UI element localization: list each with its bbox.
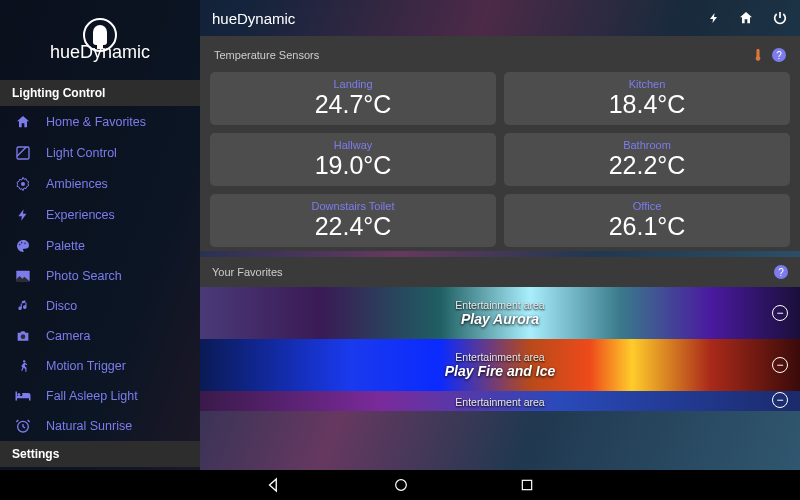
page-title: hueDynamic	[212, 10, 295, 27]
svg-point-4	[24, 242, 26, 244]
sidebar-item-label: Palette	[46, 239, 85, 253]
sidebar-item-label: Camera	[46, 329, 90, 343]
sensor-card-landing[interactable]: Landing 24.7°C	[210, 72, 496, 125]
topbar-actions	[708, 10, 788, 26]
sidebar-item-photo-search[interactable]: Photo Search	[0, 261, 200, 290]
sidebar-item-disco[interactable]: Disco	[0, 290, 200, 321]
sidebar-item-palette[interactable]: Palette	[0, 230, 200, 261]
sidebar-item-label: Fall Asleep Light	[46, 389, 138, 403]
sidebar-item-light-control[interactable]: Light Control	[0, 137, 200, 168]
topbar: hueDynamic	[200, 0, 800, 36]
palette-icon	[14, 238, 32, 254]
sidebar-item-label: Disco	[46, 299, 77, 313]
sidebar: hueDynamic Lighting Control Home & Favor…	[0, 0, 200, 500]
favorite-item-third[interactable]: Entertainment area −	[200, 391, 800, 411]
bolt-icon[interactable]	[708, 10, 720, 26]
temperature-panel-title: Temperature Sensors	[214, 49, 319, 61]
bolt-icon	[14, 207, 32, 223]
remove-favorite-icon[interactable]: −	[772, 305, 788, 321]
favorite-item-aurora[interactable]: Entertainment area Play Aurora −	[200, 287, 800, 339]
home-button[interactable]	[393, 477, 409, 493]
sidebar-item-experiences[interactable]: Experiences	[0, 199, 200, 230]
power-icon[interactable]	[772, 10, 788, 26]
svg-point-8	[17, 393, 20, 396]
svg-point-6	[21, 334, 26, 339]
sensor-name: Kitchen	[504, 78, 790, 90]
sensor-card-bathroom[interactable]: Bathroom 22.2°C	[504, 133, 790, 186]
slider-icon	[14, 145, 32, 161]
bed-icon	[14, 390, 32, 402]
svg-rect-11	[522, 480, 531, 489]
sensor-grid: Landing 24.7°C Kitchen 18.4°C Hallway 19…	[210, 72, 790, 247]
brand-block: hueDynamic	[0, 0, 200, 80]
android-nav-bar	[0, 470, 800, 500]
sidebar-item-natural-sunrise[interactable]: Natural Sunrise	[0, 410, 200, 441]
favorite-name: Play Aurora	[461, 311, 539, 327]
sensor-value: 24.7°C	[210, 90, 496, 119]
sidebar-item-label: Light Control	[46, 146, 117, 160]
svg-point-1	[21, 182, 25, 186]
remove-favorite-icon[interactable]: −	[772, 392, 788, 408]
running-icon	[14, 358, 32, 374]
sensor-card-hallway[interactable]: Hallway 19.0°C	[210, 133, 496, 186]
sensor-card-kitchen[interactable]: Kitchen 18.4°C	[504, 72, 790, 125]
favorite-area-label: Entertainment area	[455, 299, 544, 311]
sidebar-item-label: Natural Sunrise	[46, 419, 132, 433]
sidebar-item-label: Experiences	[46, 208, 115, 222]
gear-icon	[14, 176, 32, 192]
sidebar-item-home-favorites[interactable]: Home & Favorites	[0, 106, 200, 137]
main-area: hueDynamic Temperature Sensors ?	[200, 0, 800, 470]
sidebar-item-label: Photo Search	[46, 269, 122, 283]
help-icon[interactable]: ?	[774, 265, 788, 279]
sidebar-section-lighting: Lighting Control	[0, 80, 200, 106]
alarm-icon	[14, 418, 32, 434]
sensor-name: Landing	[210, 78, 496, 90]
favorites-panel-title: Your Favorites	[212, 266, 283, 278]
thermometer-icon[interactable]	[754, 48, 762, 62]
sensor-name: Office	[504, 200, 790, 212]
sensor-value: 19.0°C	[210, 151, 496, 180]
sidebar-item-label: Motion Trigger	[46, 359, 126, 373]
svg-rect-0	[17, 147, 29, 159]
svg-point-10	[396, 480, 407, 491]
home-icon	[14, 114, 32, 130]
sidebar-item-fall-asleep[interactable]: Fall Asleep Light	[0, 381, 200, 410]
sensor-value: 18.4°C	[504, 90, 790, 119]
image-icon	[14, 269, 32, 283]
svg-point-7	[23, 360, 25, 362]
sidebar-item-motion-trigger[interactable]: Motion Trigger	[0, 350, 200, 381]
favorite-item-fire-and-ice[interactable]: Entertainment area Play Fire and Ice −	[200, 339, 800, 391]
favorite-area-label: Entertainment area	[455, 351, 544, 363]
sensor-value: 22.2°C	[504, 151, 790, 180]
sidebar-item-label: Ambiences	[46, 177, 108, 191]
sidebar-item-label: Home & Favorites	[46, 115, 146, 129]
overview-button[interactable]	[519, 477, 535, 493]
home-icon[interactable]	[738, 10, 754, 26]
sensor-value: 22.4°C	[210, 212, 496, 241]
help-icon[interactable]: ?	[772, 48, 786, 62]
favorites-panel: Your Favorites ? Entertainment area Play…	[200, 257, 800, 411]
favorite-name: Play Fire and Ice	[445, 363, 556, 379]
temperature-panel: Temperature Sensors ? Landing 24.7°C Kit…	[200, 36, 800, 251]
camera-icon	[14, 329, 32, 343]
favorite-area-label: Entertainment area	[455, 396, 544, 408]
svg-point-3	[21, 241, 23, 243]
svg-point-2	[19, 243, 21, 245]
sidebar-item-ambiences[interactable]: Ambiences	[0, 168, 200, 199]
sensor-value: 26.1°C	[504, 212, 790, 241]
sensor-name: Downstairs Toilet	[210, 200, 496, 212]
sidebar-item-camera[interactable]: Camera	[0, 321, 200, 350]
music-note-icon	[14, 298, 32, 314]
back-button[interactable]	[265, 476, 283, 494]
sensor-name: Hallway	[210, 139, 496, 151]
remove-favorite-icon[interactable]: −	[772, 357, 788, 373]
sensor-card-downstairs-toilet[interactable]: Downstairs Toilet 22.4°C	[210, 194, 496, 247]
sensor-name: Bathroom	[504, 139, 790, 151]
sidebar-section-settings: Settings	[0, 441, 200, 467]
sensor-card-office[interactable]: Office 26.1°C	[504, 194, 790, 247]
